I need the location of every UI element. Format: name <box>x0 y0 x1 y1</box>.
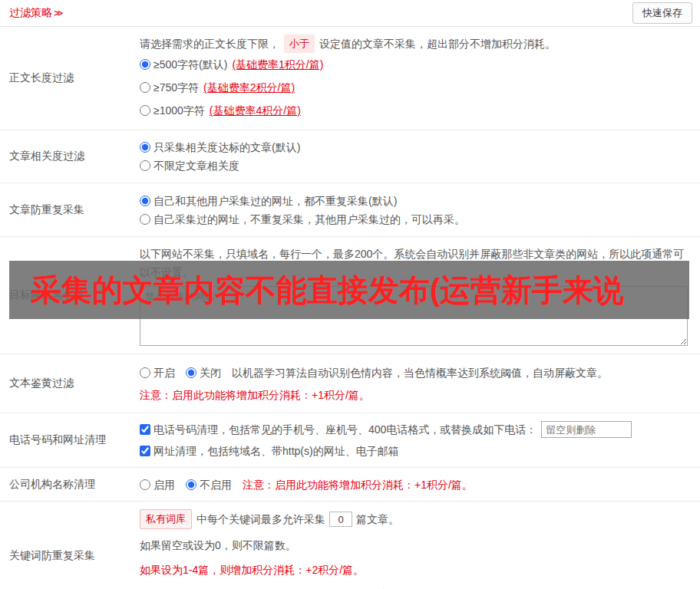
keyword-dedup-line1: 私有词库 中每个关键词最多允许采集 篇文章。 <box>140 509 691 529</box>
phone-clean-label: 电话号码清理，包括常见的手机号、座机号、400电话格式，或替换成如下电话： <box>154 421 537 438</box>
url-clean-option[interactable]: 网址清理，包括纯域名、带http(s)的网址、电子邮箱 <box>140 443 691 459</box>
quick-save-button[interactable]: 快速保存 <box>632 2 692 24</box>
relevance-option-strict[interactable]: 只采集相关度达标的文章(默认) <box>140 138 691 156</box>
dedup-option-self-only[interactable]: 自己采集过的网址，不重复采集，其他用户采集过的，可以再采。 <box>140 210 691 229</box>
length-option-500-fee: (基础费率1积分/篇) <box>232 53 323 76</box>
url-clean-label: 网址清理，包括纯域名、带http(s)的网址、电子邮箱 <box>154 443 399 459</box>
length-radio-500[interactable] <box>140 59 150 70</box>
length-option-500[interactable]: ≥500字符(默认) (基础费率1积分/篇) <box>140 53 691 76</box>
row-dedup-collection: 文章防重复采集 自己和其他用户采集过的网址，都不重复采集(默认) 自己采集过的网… <box>0 183 700 237</box>
porn-filter-on-label: 开启 <box>154 364 175 381</box>
row-label-keyword-dedup: 关键词防重复采集 <box>9 502 140 589</box>
company-clean-on-label: 启用 <box>154 476 175 493</box>
length-option-750-label: ≥750字符 <box>154 76 199 99</box>
relevance-radio-strict[interactable] <box>140 142 150 153</box>
dedup-option-all-users-label: 自己和其他用户采集过的网址，都不重复采集(默认) <box>154 192 397 210</box>
chevron-double-icon: ≫ <box>54 8 64 18</box>
intro-pre: 请选择需求的正文长度下限， <box>140 35 279 52</box>
row-label-dedup: 文章防重复采集 <box>9 183 140 236</box>
top-toolbar: 过滤策略≫ 快速保存 <box>0 0 700 27</box>
length-option-750[interactable]: ≥750字符 (基础费率2积分/篇) <box>140 76 691 99</box>
content-length-intro: 请选择需求的正文长度下限， 小于 设定值的文章不采集，超出部分不增加积分消耗。 <box>140 35 691 53</box>
keyword-dedup-line4: 如果设为5篇或以上，也不会额外增加积分消耗。 注意事项≫ <box>140 586 691 589</box>
relevance-radio-any[interactable] <box>140 160 150 171</box>
company-clean-off-label: 不启用 <box>200 476 232 493</box>
dedup-radio-all-users[interactable] <box>140 196 150 206</box>
porn-filter-option-on[interactable]: 开启 <box>140 364 175 381</box>
phone-clean-option[interactable]: 电话号码清理，包括常见的手机号、座机号、400电话格式，或替换成如下电话： <box>140 421 691 438</box>
row-relevance-filter: 文章相关度过滤 只采集相关度达标的文章(默认) 不限定文章相关度 <box>0 130 700 183</box>
porn-filter-off-label: 关闭 <box>200 364 221 381</box>
intro-post: 设定值的文章不采集，超出部分不增加积分消耗。 <box>319 35 556 52</box>
porn-filter-options: 开启 关闭 以机器学习算法自动识别色情内容，当色情概率达到系统阈值，自动屏蔽文章… <box>140 364 691 381</box>
company-clean-radio-on[interactable] <box>140 479 150 490</box>
row-label-content-length: 正文长度过滤 <box>9 27 140 130</box>
phone-clean-checkbox[interactable] <box>140 424 150 435</box>
row-company-clean: 公司机构名称清理 启用 不启用 注意：启用此功能将增加积分消耗：+1积分/篇。 <box>0 468 700 502</box>
length-option-1000[interactable]: ≥1000字符 (基础费率4积分/篇) <box>140 99 691 122</box>
length-option-500-label: ≥500字符(默认) <box>154 53 227 76</box>
page-title[interactable]: 过滤策略≫ <box>9 6 64 20</box>
porn-filter-warning: 注意：启用此功能将增加积分消耗：+1积分/篇。 <box>140 389 691 403</box>
row-label-porn-filter: 文本鉴黄过滤 <box>9 354 140 413</box>
length-radio-1000[interactable] <box>140 105 150 116</box>
company-clean-option-off[interactable]: 不启用 <box>186 476 232 493</box>
max-articles-input[interactable] <box>329 512 352 527</box>
porn-filter-radio-off[interactable] <box>186 367 196 378</box>
less-than-tag: 小于 <box>284 35 315 53</box>
overlay-warning-banner: 采集的文章内容不能直接发布(运营新手来说 <box>9 261 689 319</box>
keyword-dedup-line1-mid: 中每个关键词最多允许采集 <box>196 511 325 528</box>
company-clean-option-on[interactable]: 启用 <box>140 476 175 493</box>
porn-filter-radio-on[interactable] <box>140 367 150 378</box>
relevance-option-any[interactable]: 不限定文章相关度 <box>140 156 691 175</box>
company-clean-radio-off[interactable] <box>186 479 196 490</box>
row-keyword-dedup: 关键词防重复采集 私有词库 中每个关键词最多允许采集 篇文章。 如果留空或设为0… <box>0 502 700 589</box>
length-option-1000-label: ≥1000字符 <box>154 99 205 122</box>
porn-filter-description: 以机器学习算法自动识别色情内容，当色情概率达到系统阈值，自动屏蔽文章。 <box>232 364 608 381</box>
length-radio-750[interactable] <box>140 82 150 93</box>
length-option-750-fee: (基础费率2积分/篇) <box>203 76 295 99</box>
keyword-dedup-line2: 如果留空或设为0，则不限篇数。 <box>140 537 691 554</box>
relevance-option-any-label: 不限定文章相关度 <box>154 156 239 175</box>
row-label-phone-url: 电话号码和网址清理 <box>9 413 140 467</box>
row-label-company-clean: 公司机构名称清理 <box>9 468 140 501</box>
row-content-length-filter: 正文长度过滤 请选择需求的正文长度下限， 小于 设定值的文章不采集，超出部分不增… <box>0 27 700 130</box>
row-porn-filter: 文本鉴黄过滤 开启 关闭 以机器学习算法自动识别色情内容，当色情概率达到系统阈值… <box>0 354 700 413</box>
keyword-dedup-line4-text: 如果设为5篇或以上，也不会额外增加积分消耗。 <box>140 586 371 589</box>
length-option-1000-fee: (基础费率4积分/篇) <box>210 99 301 122</box>
row-phone-url-clean: 电话号码和网址清理 电话号码清理，包括常见的手机号、座机号、400电话格式，或替… <box>0 413 700 468</box>
replacement-phone-input[interactable] <box>541 421 632 438</box>
company-clean-options: 启用 不启用 注意：启用此功能将增加积分消耗：+1积分/篇。 <box>140 476 691 493</box>
dedup-option-all-users[interactable]: 自己和其他用户采集过的网址，都不重复采集(默认) <box>140 192 691 210</box>
keyword-dedup-line3: 如果设为1-4篇，则增加积分消耗：+2积分/篇。 <box>140 561 691 578</box>
url-clean-checkbox[interactable] <box>140 446 150 456</box>
dedup-option-self-only-label: 自己采集过的网址，不重复采集，其他用户采集过的，可以再采。 <box>154 210 465 229</box>
porn-filter-option-off[interactable]: 关闭 <box>186 364 221 381</box>
relevance-option-strict-label: 只采集相关度达标的文章(默认) <box>154 138 300 156</box>
private-lexicon-tag: 私有词库 <box>140 509 192 529</box>
dedup-radio-self-only[interactable] <box>140 214 150 225</box>
notes-link[interactable]: 注意事项≫ <box>378 586 432 589</box>
company-clean-warning: 注意：启用此功能将增加积分消耗：+1积分/篇。 <box>243 476 473 493</box>
keyword-dedup-line1-end: 篇文章。 <box>356 511 399 528</box>
page-title-text: 过滤策略 <box>9 6 52 18</box>
row-label-relevance: 文章相关度过滤 <box>9 130 140 183</box>
